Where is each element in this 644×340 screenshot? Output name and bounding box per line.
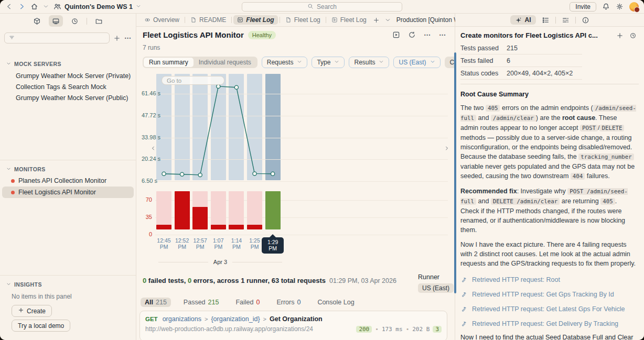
- breadcrumb-separator: >: [205, 316, 208, 322]
- new-tab-button[interactable]: [370, 17, 382, 24]
- bar-total[interactable]: [211, 191, 226, 229]
- result-tab-passed[interactable]: Passed215: [179, 298, 223, 307]
- sidebar-filter-input[interactable]: [4, 32, 110, 43]
- workspace-switcher[interactable]: Quinton's Demo WS 1: [53, 3, 141, 10]
- bar-failed[interactable]: [156, 225, 171, 229]
- chevron-down-icon: [6, 61, 11, 67]
- search-input[interactable]: Search: [242, 2, 402, 12]
- request-detail-line: http://web-production-ac9db.up.railway.a…: [145, 325, 442, 333]
- data-point[interactable]: [162, 172, 166, 176]
- sidebar-view-switcher: [0, 15, 136, 27]
- selected-run-time-badge[interactable]: 1:29PM: [262, 237, 284, 254]
- data-point[interactable]: [253, 172, 256, 176]
- sidebar-item-monitor[interactable]: Planets API Collection Monitor: [2, 175, 134, 187]
- filter-dropdown-results[interactable]: Results: [349, 57, 389, 68]
- monitors-panel-icon[interactable]: [49, 15, 63, 27]
- tool-result-link[interactable]: Retrieved HTTP request: Get Delivery By …: [460, 316, 637, 331]
- chevron-down-icon: [334, 59, 339, 66]
- ai-header-actions: [616, 32, 637, 39]
- tool-result-link[interactable]: Retrieved HTTP request: Get Gps Tracking…: [460, 287, 637, 302]
- tool-result-link[interactable]: Retrieved HTTP request: Get Latest Gps F…: [460, 302, 637, 316]
- tool-hammer-icon: [460, 306, 467, 313]
- back-icon[interactable]: [5, 3, 13, 10]
- ai-tab-button[interactable]: AI: [510, 15, 536, 25]
- section-insights[interactable]: INSIGHTS: [6, 281, 42, 288]
- data-point[interactable]: [198, 173, 202, 177]
- user-avatar[interactable]: [629, 2, 639, 12]
- chat-history-icon[interactable]: [629, 32, 637, 39]
- home-icon[interactable]: [30, 3, 38, 10]
- data-point[interactable]: [180, 172, 184, 176]
- run-config-icon[interactable]: [562, 16, 570, 24]
- tab-readme[interactable]: README: [187, 15, 230, 25]
- run-monitor-icon[interactable]: [392, 31, 400, 39]
- chevron-down-icon: [297, 59, 302, 66]
- sidebar-more-button[interactable]: ⋯: [124, 34, 132, 42]
- new-chat-plus-icon[interactable]: [616, 32, 624, 39]
- bar-failed[interactable]: [211, 225, 226, 229]
- filter-dropdown-requests[interactable]: Requests: [262, 57, 308, 68]
- filter-dropdowns: RequestsTypeResults: [262, 57, 390, 68]
- data-point[interactable]: [217, 84, 220, 88]
- tool-result-link[interactable]: Retrieved HTTP request: Root: [460, 272, 637, 287]
- chevron-left-icon[interactable]: [150, 145, 156, 153]
- bar-failed[interactable]: [247, 225, 262, 229]
- bar-failed[interactable]: [192, 207, 208, 229]
- bar-failed[interactable]: [175, 191, 190, 229]
- result-tab-all[interactable]: All215: [141, 298, 171, 307]
- history-icon[interactable]: [68, 15, 82, 27]
- create-insight-button[interactable]: Create: [12, 305, 52, 317]
- sidebar-item-mock-server[interactable]: Grumpy Weather Mock Server (Public): [2, 92, 134, 103]
- goto-input[interactable]: Go to: [162, 76, 224, 85]
- bar-failed[interactable]: [229, 225, 244, 229]
- bar-total[interactable]: [156, 191, 171, 229]
- notifications-bell-icon[interactable]: [602, 3, 610, 10]
- bar-total[interactable]: [229, 191, 244, 229]
- data-point[interactable]: [234, 85, 238, 89]
- sidebar-item-mock-server[interactable]: Grumpy Weather Mock Server (Private): [2, 70, 134, 81]
- data-point[interactable]: [271, 172, 275, 176]
- result-tab-failed[interactable]: Failed0: [231, 298, 264, 307]
- sidebar-item-monitor[interactable]: Fleet Logistics API Monitor: [2, 187, 134, 198]
- tab-list-chevron-icon[interactable]: [382, 17, 393, 23]
- breadcrumb-link[interactable]: organizations: [163, 315, 201, 323]
- tab-label: Fleet Log: [294, 16, 320, 24]
- run-order-icon[interactable]: [542, 16, 550, 24]
- home-chevron-icon[interactable]: [43, 4, 49, 9]
- chevron-right-icon[interactable]: [444, 145, 450, 153]
- bar-passed[interactable]: [265, 191, 281, 229]
- settings-gear-icon[interactable]: [616, 3, 624, 10]
- filter-dropdown-type[interactable]: Type: [312, 57, 345, 68]
- tab-overview[interactable]: Overview: [141, 15, 183, 25]
- tab-fleet-log[interactable]: Fleet Log: [328, 15, 370, 25]
- open-tabs: OverviewREADMEFleet LogFleet LogFleet Lo…: [141, 15, 370, 25]
- info-icon[interactable]: [582, 16, 589, 24]
- view-segment-individual-requests[interactable]: Individual requests: [194, 58, 256, 67]
- sidebar-add-button[interactable]: [113, 35, 121, 42]
- tab-fleet-log[interactable]: Fleet Log: [282, 15, 324, 25]
- region-filter[interactable]: US (East): [393, 57, 440, 68]
- view-segment-run-summary[interactable]: Run summary: [144, 58, 194, 67]
- clear-filters-button[interactable]: Clear Filters: [445, 57, 455, 68]
- tab-fleet-log[interactable]: Fleet Log: [233, 15, 277, 25]
- result-tab-count: 215: [156, 299, 167, 306]
- dot-separator: •: [375, 326, 379, 333]
- try-local-demo-button[interactable]: Try a local demo: [12, 320, 70, 332]
- result-tab-console-log[interactable]: Console Log: [313, 298, 358, 307]
- bar-total[interactable]: [247, 191, 262, 229]
- request-name: Get Organization: [270, 315, 323, 323]
- request-result-row[interactable]: GET organizations>{organization_id}> Get…: [139, 311, 447, 340]
- folder-icon[interactable]: [92, 15, 106, 27]
- monitor-more-button[interactable]: ⋯: [424, 31, 431, 39]
- panel-more-button[interactable]: ⋯: [439, 31, 446, 39]
- section-mock-servers[interactable]: MOCK SERVERS: [6, 61, 61, 67]
- section-monitors[interactable]: MONITORS: [6, 166, 46, 172]
- forward-icon[interactable]: [18, 3, 26, 10]
- panel-resize-handle[interactable]: [454, 52, 456, 293]
- sidebar-item-mock-server[interactable]: Collection Tags & Search Mock: [2, 81, 134, 92]
- refresh-icon[interactable]: [408, 31, 416, 39]
- result-tab-errors[interactable]: Errors0: [272, 298, 305, 307]
- invite-button[interactable]: Invite: [570, 2, 596, 12]
- breadcrumb-link[interactable]: {organization_id}: [211, 315, 260, 323]
- collections-cube-icon[interactable]: [30, 15, 44, 27]
